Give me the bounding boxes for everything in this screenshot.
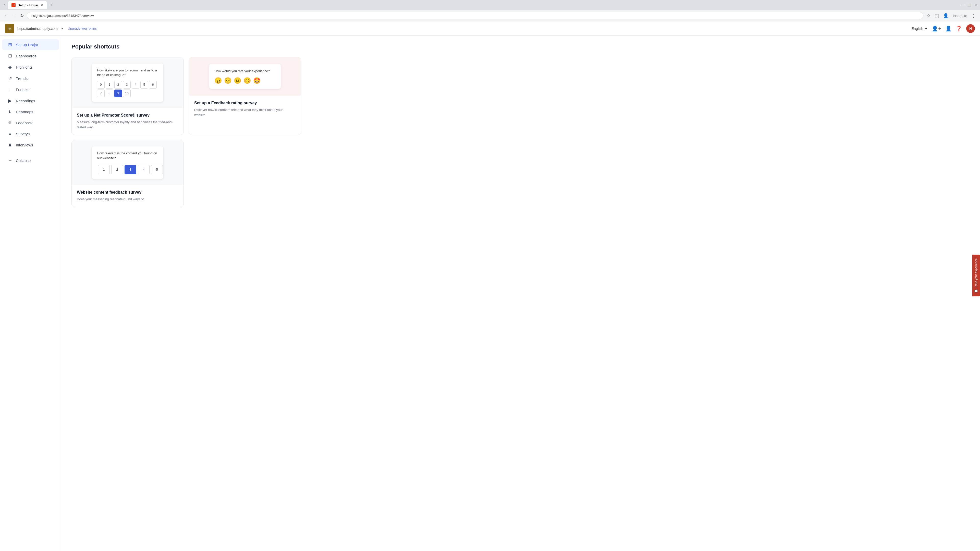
nps-buttons: 0 1 2 3 4 5 6 7 8 9 10	[97, 81, 158, 97]
nps-btn-3[interactable]: 3	[123, 81, 130, 89]
nps-btn-6[interactable]: 6	[149, 81, 157, 89]
back-button[interactable]: ←	[3, 13, 9, 19]
emoji-angry[interactable]: 😠	[215, 77, 222, 84]
sidebar-item-feedback[interactable]: ☺ Feedback	[2, 118, 59, 128]
nps-card[interactable]: How likely are you to recommend us to a …	[72, 57, 184, 135]
maximize-btn[interactable]: ⬜	[967, 3, 971, 7]
sidebar-item-funnels[interactable]: ⋮ Funnels	[2, 84, 59, 95]
sidebar-item-trends[interactable]: ↗ Trends	[2, 73, 59, 84]
language-selector[interactable]: English ▼	[912, 27, 928, 30]
nps-btn-8[interactable]: 8	[106, 89, 113, 97]
tab-back-btn[interactable]: ‹	[3, 2, 6, 8]
content-feedback-preview: How relevant is the content you found on…	[72, 140, 183, 185]
rate-experience-label: Rate your experience	[974, 258, 978, 287]
content-feedback-card-body: Website content feedback survey Does you…	[72, 185, 183, 207]
emoji-happy[interactable]: 😊	[243, 77, 251, 84]
likert-btn-4[interactable]: 4	[138, 165, 150, 174]
sidebar-item-highlights[interactable]: ◈ Highlights	[2, 62, 59, 73]
likert-btn-5[interactable]: 5	[151, 165, 163, 174]
browser-tab[interactable]: Setup - Hotjar ✕	[8, 1, 47, 9]
emoji-neutral[interactable]: 😐	[234, 77, 242, 84]
dashboards-icon: ⊡	[7, 53, 13, 59]
feedback-rating-card-body: Set up a Feedback rating survey Discover…	[189, 96, 301, 122]
url-text: insights.hotjar.com/sites/3818347/overvi…	[30, 14, 920, 17]
recordings-icon: ▶	[7, 98, 13, 103]
user-icon[interactable]: 👤	[945, 25, 952, 32]
minimize-btn[interactable]: —	[961, 3, 964, 7]
shop-logo: 🛍	[5, 24, 14, 33]
rating-emojis: 😠 😟 😐 😊 🤩	[215, 77, 275, 84]
nps-btn-2[interactable]: 2	[115, 81, 122, 89]
avatar[interactable]: H	[966, 24, 975, 33]
sidebar-item-setup-hotjar[interactable]: ⊞ Set up Hotjar	[2, 39, 59, 50]
highlights-icon: ◈	[7, 64, 13, 70]
nps-card-body: Set up a Net Promoter Score® survey Meas…	[72, 108, 183, 135]
refresh-button[interactable]: ↻	[19, 12, 25, 19]
sidebar-label-setup-hotjar: Set up Hotjar	[16, 43, 38, 47]
sidebar-icon[interactable]: ⬚	[934, 12, 940, 20]
likert-btn-3[interactable]: 3	[124, 165, 136, 174]
trends-icon: ↗	[7, 76, 13, 81]
content-feedback-question: How relevant is the content you found on…	[97, 151, 158, 160]
sidebar-label-trends: Trends	[16, 76, 27, 81]
feedback-rating-desc: Discover how customers feel and what the…	[194, 107, 296, 118]
heatmaps-icon: 🌡	[7, 109, 13, 114]
surveys-icon: ≡	[7, 131, 13, 137]
forward-button[interactable]: →	[11, 13, 18, 19]
tab-title: Setup - Hotjar	[18, 3, 38, 7]
url-bar[interactable]: insights.hotjar.com/sites/3818347/overvi…	[27, 12, 923, 19]
sidebar-label-dashboards: Dashboards	[16, 54, 37, 58]
shop-url[interactable]: https://admin.shopify.com	[18, 27, 58, 30]
nps-btn-1[interactable]: 1	[106, 81, 113, 89]
new-tab-button[interactable]: +	[49, 3, 55, 8]
add-user-icon[interactable]: 👤+	[932, 25, 941, 32]
main-content: Popular shortcuts How likely are you to …	[61, 36, 980, 551]
nps-btn-0[interactable]: 0	[97, 81, 105, 89]
help-icon[interactable]: ❓	[956, 25, 962, 32]
nps-btn-4[interactable]: 4	[132, 81, 139, 89]
upgrade-link[interactable]: Upgrade your plans	[68, 27, 97, 30]
sidebar-label-collapse: Collapse	[16, 159, 30, 163]
nps-card-desc: Measure long-term customer loyalty and h…	[77, 120, 178, 130]
sidebar-item-surveys[interactable]: ≡ Surveys	[2, 129, 59, 139]
sidebar-item-dashboards[interactable]: ⊡ Dashboards	[2, 51, 59, 61]
nps-widget: How likely are you to recommend us to a …	[92, 64, 163, 102]
sidebar-label-surveys: Surveys	[16, 132, 30, 136]
likert-buttons: 1 2 3 4 5	[98, 165, 163, 174]
feedback-rating-card[interactable]: How would you rate your experience? 😠 😟 …	[189, 57, 301, 135]
likert-btn-2[interactable]: 2	[111, 165, 123, 174]
tab-close-btn[interactable]: ✕	[40, 3, 43, 7]
feedback-rating-title: Set up a Feedback rating survey	[194, 101, 296, 105]
bookmark-icon[interactable]: ☆	[925, 12, 932, 20]
nps-btn-9[interactable]: 9	[115, 89, 122, 97]
sidebar: ⊞ Set up Hotjar ⊡ Dashboards ◈ Highlight…	[0, 36, 61, 551]
content-feedback-card[interactable]: How relevant is the content you found on…	[72, 140, 184, 207]
content-feedback-title: Website content feedback survey	[77, 190, 178, 195]
content-feedback-desc: Does your messaging resonate? Find ways …	[77, 197, 178, 202]
incognito-icon: 👤	[942, 12, 950, 20]
nps-card-title: Set up a Net Promoter Score® survey	[77, 113, 178, 118]
sidebar-item-collapse[interactable]: ← Collapse	[2, 156, 59, 166]
emoji-sad[interactable]: 😟	[224, 77, 232, 84]
sidebar-item-recordings[interactable]: ▶ Recordings	[2, 95, 59, 106]
nps-btn-7[interactable]: 7	[97, 89, 105, 97]
emoji-excited[interactable]: 🤩	[253, 77, 261, 84]
feedback-rating-widget: How would you rate your experience? 😠 😟 …	[209, 64, 281, 89]
feedback-rating-question: How would you rate your experience?	[215, 69, 275, 73]
shop-url-arrow[interactable]: ▼	[61, 27, 64, 30]
close-btn[interactable]: ✕	[974, 3, 977, 7]
nps-question: How likely are you to recommend us to a …	[97, 68, 158, 77]
rate-experience-tab[interactable]: 💬 Rate your experience	[972, 254, 980, 296]
menu-icon[interactable]: ⋮	[970, 12, 977, 20]
tab-favicon	[11, 3, 16, 7]
feedback-icon: ☺	[7, 120, 13, 125]
sidebar-label-recordings: Recordings	[16, 99, 35, 103]
nps-btn-5[interactable]: 5	[140, 81, 148, 89]
likert-btn-1[interactable]: 1	[98, 165, 110, 174]
sidebar-item-heatmaps[interactable]: 🌡 Heatmaps	[2, 106, 59, 117]
feedback-rating-preview: How would you rate your experience? 😠 😟 …	[189, 57, 301, 96]
rate-experience-icon: 💬	[974, 289, 978, 293]
nps-btn-10[interactable]: 10	[123, 89, 130, 97]
sidebar-item-interviews[interactable]: ♟ Interviews	[2, 140, 59, 150]
sidebar-label-feedback: Feedback	[16, 121, 33, 125]
